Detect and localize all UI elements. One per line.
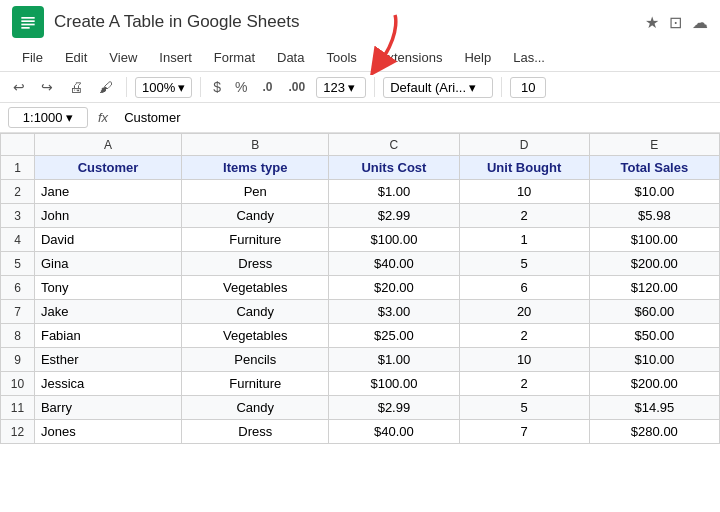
header-cell-e[interactable]: Total Sales — [589, 156, 719, 180]
cell-8-c[interactable]: $25.00 — [329, 324, 459, 348]
header-cell-b[interactable]: Items type — [182, 156, 329, 180]
cell-3-e[interactable]: $5.98 — [589, 204, 719, 228]
cell-5-e[interactable]: $200.00 — [589, 252, 719, 276]
percent-button[interactable]: % — [231, 76, 251, 98]
cell-5-a[interactable]: Gina — [34, 252, 181, 276]
menu-extensions[interactable]: Extensions — [369, 46, 453, 69]
menu-last[interactable]: Las... — [503, 46, 555, 69]
cell-8-d[interactable]: 2 — [459, 324, 589, 348]
menu-format[interactable]: Format — [204, 46, 265, 69]
font-size-input[interactable]: 10 — [510, 77, 546, 98]
cell-11-a[interactable]: Barry — [34, 396, 181, 420]
cell-10-a[interactable]: Jessica — [34, 372, 181, 396]
drive-icon[interactable]: ⊡ — [669, 13, 682, 32]
cell-11-d[interactable]: 5 — [459, 396, 589, 420]
cell-3-c[interactable]: $2.99 — [329, 204, 459, 228]
undo-button[interactable]: ↩ — [8, 76, 30, 98]
cell-3-a[interactable]: John — [34, 204, 181, 228]
cell-8-a[interactable]: Fabian — [34, 324, 181, 348]
cell-2-b[interactable]: Pen — [182, 180, 329, 204]
menu-file[interactable]: File — [12, 46, 53, 69]
cell-11-e[interactable]: $14.95 — [589, 396, 719, 420]
cell-11-b[interactable]: Candy — [182, 396, 329, 420]
cell-12-d[interactable]: 7 — [459, 420, 589, 444]
menu-tools[interactable]: Tools — [316, 46, 366, 69]
cell-10-e[interactable]: $200.00 — [589, 372, 719, 396]
cell-3-d[interactable]: 2 — [459, 204, 589, 228]
header-cell-a[interactable]: Customer — [34, 156, 181, 180]
cell-7-a[interactable]: Jake — [34, 300, 181, 324]
cell-2-e[interactable]: $10.00 — [589, 180, 719, 204]
col-header-e[interactable]: E — [589, 134, 719, 156]
col-header-b[interactable]: B — [182, 134, 329, 156]
col-header-c[interactable]: C — [329, 134, 459, 156]
menu-view[interactable]: View — [99, 46, 147, 69]
redo-button[interactable]: ↪ — [36, 76, 58, 98]
menu-help[interactable]: Help — [454, 46, 501, 69]
cell-7-d[interactable]: 20 — [459, 300, 589, 324]
cell-7-e[interactable]: $60.00 — [589, 300, 719, 324]
cell-10-b[interactable]: Furniture — [182, 372, 329, 396]
row-num-9: 9 — [1, 348, 35, 372]
cell-12-e[interactable]: $280.00 — [589, 420, 719, 444]
col-header-d[interactable]: D — [459, 134, 589, 156]
menu-insert[interactable]: Insert — [149, 46, 202, 69]
cell-9-c[interactable]: $1.00 — [329, 348, 459, 372]
cell-9-b[interactable]: Pencils — [182, 348, 329, 372]
title-bar: Create A Table in Google Sheets ★ ⊡ ☁ — [0, 0, 720, 44]
star-icon[interactable]: ★ — [645, 13, 659, 32]
cell-5-d[interactable]: 5 — [459, 252, 589, 276]
cell-2-d[interactable]: 10 — [459, 180, 589, 204]
menu-data[interactable]: Data — [267, 46, 314, 69]
font-select[interactable]: Default (Ari... ▾ — [383, 77, 493, 98]
cell-8-e[interactable]: $50.00 — [589, 324, 719, 348]
table-row: 5 Gina Dress $40.00 5 $200.00 — [1, 252, 720, 276]
cell-9-e[interactable]: $10.00 — [589, 348, 719, 372]
cell-6-a[interactable]: Tony — [34, 276, 181, 300]
col-header-a[interactable]: A — [34, 134, 181, 156]
cell-7-c[interactable]: $3.00 — [329, 300, 459, 324]
cell-6-e[interactable]: $120.00 — [589, 276, 719, 300]
page-title: Create A Table in Google Sheets — [54, 12, 635, 32]
cell-6-b[interactable]: Vegetables — [182, 276, 329, 300]
formula-input[interactable] — [118, 108, 712, 127]
header-cell-d[interactable]: Unit Bought — [459, 156, 589, 180]
zoom-select[interactable]: 100% ▾ — [135, 77, 192, 98]
header-cell-c[interactable]: Units Cost — [329, 156, 459, 180]
cell-2-a[interactable]: Jane — [34, 180, 181, 204]
cell-5-b[interactable]: Dress — [182, 252, 329, 276]
print-button[interactable]: 🖨 — [64, 76, 88, 98]
number-format-select[interactable]: 123 ▾ — [316, 77, 366, 98]
cell-5-c[interactable]: $40.00 — [329, 252, 459, 276]
cell-4-d[interactable]: 1 — [459, 228, 589, 252]
menu-edit[interactable]: Edit — [55, 46, 97, 69]
cell-3-b[interactable]: Candy — [182, 204, 329, 228]
cell-8-b[interactable]: Vegetables — [182, 324, 329, 348]
cell-10-d[interactable]: 2 — [459, 372, 589, 396]
cell-12-c[interactable]: $40.00 — [329, 420, 459, 444]
decimal-decrease-button[interactable]: .0 — [258, 78, 278, 96]
cloud-icon[interactable]: ☁ — [692, 13, 708, 32]
cell-2-c[interactable]: $1.00 — [329, 180, 459, 204]
cell-4-e[interactable]: $100.00 — [589, 228, 719, 252]
cell-12-a[interactable]: Jones — [34, 420, 181, 444]
row-num-1: 1 — [1, 156, 35, 180]
cell-9-d[interactable]: 10 — [459, 348, 589, 372]
cell-12-b[interactable]: Dress — [182, 420, 329, 444]
table-row: 10 Jessica Furniture $100.00 2 $200.00 — [1, 372, 720, 396]
row-num-12: 12 — [1, 420, 35, 444]
cell-4-c[interactable]: $100.00 — [329, 228, 459, 252]
decimal-increase-button[interactable]: .00 — [284, 78, 311, 96]
cell-4-a[interactable]: David — [34, 228, 181, 252]
currency-button[interactable]: $ — [209, 76, 225, 98]
cell-6-d[interactable]: 6 — [459, 276, 589, 300]
cell-7-b[interactable]: Candy — [182, 300, 329, 324]
cell-10-c[interactable]: $100.00 — [329, 372, 459, 396]
cell-6-c[interactable]: $20.00 — [329, 276, 459, 300]
row-num-10: 10 — [1, 372, 35, 396]
cell-11-c[interactable]: $2.99 — [329, 396, 459, 420]
cell-reference[interactable]: 1:1000 ▾ — [8, 107, 88, 128]
cell-4-b[interactable]: Furniture — [182, 228, 329, 252]
cell-9-a[interactable]: Esther — [34, 348, 181, 372]
paint-format-button[interactable]: 🖌 — [94, 76, 118, 98]
